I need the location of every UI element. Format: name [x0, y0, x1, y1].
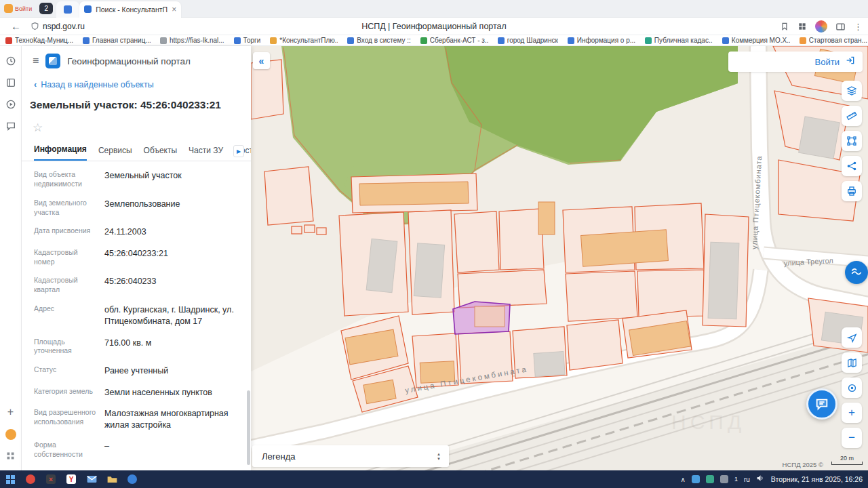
tab-favicon — [84, 5, 92, 13]
system-tray: ∧ 1 ru Вторник, 21 янв 2025, 16:26 — [681, 470, 868, 488]
player-icon[interactable] — [5, 99, 16, 110]
bookmark-item[interactable]: *КонсультантПлю... — [270, 37, 338, 44]
back-icon[interactable]: ← — [0, 20, 31, 32]
browser-profile-login[interactable]: Войти — [0, 4, 36, 13]
share-button[interactable] — [842, 156, 862, 176]
add-panel-icon[interactable]: + — [7, 406, 14, 418]
menu-icon[interactable]: ≡ — [33, 55, 39, 67]
bookmark-item[interactable]: Главная страниц... — [83, 37, 151, 44]
language-indicator[interactable]: ru — [744, 476, 750, 483]
attribute-row: Адресобл. Курганская, г. Шадринск, ул. П… — [34, 300, 251, 333]
map-login-bar[interactable]: Войти — [728, 52, 863, 72]
tray-expand-icon[interactable]: ∧ — [681, 476, 686, 483]
map-scale: 20 m — [831, 455, 863, 465]
bookmark-item[interactable]: Торги — [234, 37, 261, 44]
apps-grid-icon[interactable] — [5, 451, 16, 461]
zoom-out-button[interactable]: − — [842, 428, 862, 448]
attribute-row: Категория земельЗемли населенных пунктов — [34, 382, 251, 403]
chat-support-button[interactable] — [806, 388, 837, 420]
object-tabs: Информация Сервисы Объекты Части ЗУ Сост… — [22, 135, 251, 161]
start-button[interactable] — [0, 470, 20, 488]
extensions-icon[interactable] — [797, 22, 807, 31]
active-tab[interactable]: Поиск - КонсультантПлю... × — [79, 1, 181, 18]
bookmark-item[interactable]: Коммерция МО.Х... — [722, 37, 790, 44]
panel-collapse-button[interactable]: « — [253, 52, 270, 69]
bookmark-item[interactable]: ТехноКад-Муниц... — [5, 37, 73, 44]
tab-parts[interactable]: Части ЗУ — [189, 146, 223, 161]
favorite-star-icon[interactable]: ☆ — [33, 121, 43, 134]
browser-side-strip: + — [0, 46, 22, 470]
tab-services[interactable]: Сервисы — [98, 146, 132, 161]
history-icon[interactable] — [5, 56, 16, 66]
basemap-style-button[interactable] — [845, 261, 868, 284]
bookmark-item[interactable]: Информация о р... — [568, 37, 635, 44]
pinned-tab[interactable] — [56, 1, 79, 18]
zoom-in-button[interactable]: + — [842, 403, 862, 423]
bookmark-flag-icon[interactable] — [780, 22, 789, 31]
tray-icon-blue[interactable] — [692, 475, 700, 483]
taskbar-app-2[interactable]: × — [41, 470, 61, 488]
map-canvas[interactable]: улица Птицекомбината улица Треугол улица… — [251, 46, 868, 470]
sidebar-panel-icon[interactable] — [835, 22, 846, 32]
site-info-chip[interactable]: nspd.gov.ru — [31, 22, 85, 31]
tabs-scroll-arrow[interactable]: ▶ — [233, 145, 244, 157]
map-attribution: НСПД 2025 © — [783, 461, 823, 468]
browser-content: + ≡ Геоинформационный портал ‹ Назад в н… — [0, 46, 868, 470]
identify-button[interactable] — [842, 378, 862, 398]
taskbar-browser[interactable] — [122, 470, 142, 488]
chevron-left-icon: ‹ — [34, 80, 37, 89]
tab-close-icon[interactable]: × — [172, 5, 176, 14]
legend-expand-icon[interactable]: ▲▼ — [437, 452, 449, 461]
pinned-tab-favicon — [64, 5, 72, 14]
bookmark-item[interactable]: Вход в систему :: — [347, 37, 410, 44]
volume-icon[interactable] — [756, 473, 765, 485]
url-text[interactable]: nspd.gov.ru — [43, 22, 85, 31]
layers-button[interactable] — [842, 81, 862, 101]
portal-header: ≡ Геоинформационный портал — [22, 46, 251, 75]
tab-objects[interactable]: Объекты — [144, 146, 178, 161]
chat-panel-icon[interactable] — [5, 121, 16, 131]
attribute-row: Форма собственности– — [34, 436, 251, 464]
taskbar-mail[interactable] — [81, 470, 102, 488]
bookmark-item[interactable]: Публичная кадас... — [645, 37, 713, 44]
page-title: НСПД | Геоинформационный портал — [0, 22, 868, 31]
attribute-row: СтатусРанее учтенный — [34, 361, 251, 382]
login-exit-icon — [845, 55, 856, 68]
browser-avatar[interactable] — [815, 20, 827, 33]
bookmarks-panel-icon[interactable] — [5, 77, 16, 88]
favicon — [800, 37, 806, 44]
back-to-results-link[interactable]: ‹ Назад в найденные объекты — [22, 75, 251, 89]
taskbar-yandex[interactable]: Y — [61, 470, 81, 488]
overview-map-button[interactable] — [842, 352, 862, 373]
attribute-row: Вид земельного участкаЗемлепользование — [34, 194, 251, 222]
select-area-button[interactable] — [842, 131, 862, 151]
tray-icon-teal[interactable] — [706, 475, 714, 483]
favicon — [270, 37, 277, 44]
bookmark-item[interactable]: https://fias-lk.nal... — [160, 37, 224, 44]
favicon — [645, 37, 652, 44]
taskbar-explorer[interactable] — [102, 470, 122, 488]
attribute-row: Вид объекта недвижимостиЗемельный участо… — [34, 165, 251, 194]
locate-button[interactable] — [842, 327, 862, 348]
measure-ruler-button[interactable] — [842, 106, 862, 126]
panel-scrollbar[interactable] — [247, 390, 250, 465]
tray-icon-gray[interactable] — [720, 475, 728, 483]
bookmark-item[interactable]: Стартовая стран... — [800, 37, 867, 44]
attribute-row: Кадастровая стоимость98 248,41 руб. — [34, 464, 251, 470]
map-toolbar-top — [842, 81, 862, 201]
bookmark-item[interactable]: Сбербанк-АСТ - з... — [420, 37, 488, 44]
legend-bar[interactable]: Легенда ▲▼ — [252, 445, 449, 467]
taskbar-app-1[interactable] — [20, 470, 41, 488]
yandex-services-icon[interactable] — [5, 429, 16, 440]
nspd-logo — [45, 54, 60, 68]
favicon — [234, 37, 241, 44]
tab-information[interactable]: Информация — [34, 144, 87, 161]
favicon — [347, 37, 354, 44]
taskbar-clock[interactable]: Вторник, 21 янв 2025, 16:26 — [771, 475, 863, 483]
print-button[interactable] — [842, 181, 862, 201]
favicon — [568, 37, 574, 44]
bookmark-item[interactable]: город Шадринск — [498, 37, 558, 44]
browser-menu-icon[interactable]: ⋮ — [854, 22, 863, 32]
tab-group-chip[interactable]: 2 — [39, 3, 53, 14]
bookmarks-bar: ТехноКад-Муниц... Главная страниц... htt… — [0, 35, 868, 46]
